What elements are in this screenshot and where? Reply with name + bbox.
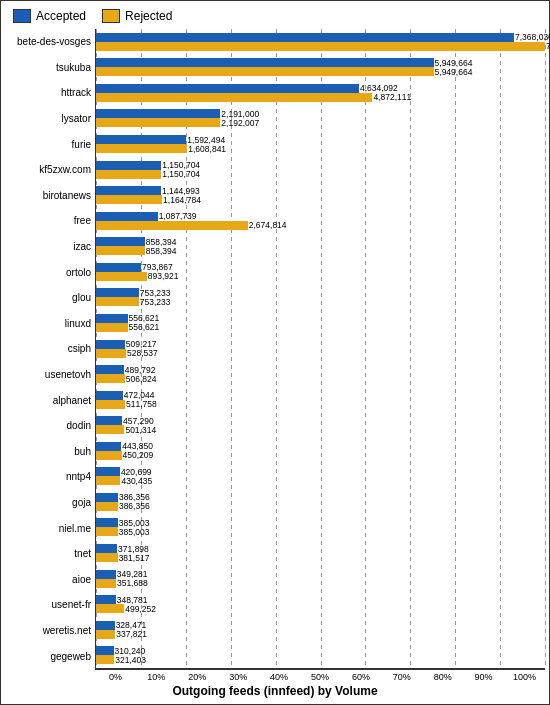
y-label: birotanews (5, 183, 95, 209)
accepted-bar: 443,850 (96, 442, 121, 451)
rejected-bar: 4,872,111 (96, 93, 372, 102)
bar-row: 1,150,7041,150,704 (96, 157, 545, 183)
rejected-bar: 893,921 (96, 272, 147, 281)
rejected-bar-label: 2,192,007 (221, 118, 259, 128)
accepted-bar: 1,087,739 (96, 212, 158, 221)
rejected-bar-line: 528,537 (96, 349, 545, 358)
legend-accepted-label: Accepted (36, 9, 86, 23)
rejected-bar-line: 386,356 (96, 502, 545, 511)
rejected-bar-label: 858,394 (146, 246, 177, 256)
bars-section: 7,368,0367,913,8335,949,6645,949,6644,63… (95, 29, 545, 669)
rejected-bar-line: 351,688 (96, 579, 545, 588)
accepted-bar-line: 2,191,000 (96, 109, 545, 118)
accepted-bar: 1,144,993 (96, 186, 161, 195)
bar-pair: 753,233753,233 (96, 288, 545, 306)
rejected-bar-label: 511,758 (126, 399, 157, 409)
x-axis-label: 50% (300, 670, 341, 682)
accepted-bar: 556,621 (96, 314, 128, 323)
rejected-bar: 506,824 (96, 374, 125, 383)
y-label: weretis.net (5, 618, 95, 644)
bar-pair: 7,368,0367,913,833 (96, 33, 545, 51)
bar-pair: 328,471337,821 (96, 621, 545, 639)
bar-row: 753,233753,233 (96, 285, 545, 311)
bar-pair: 1,592,4941,608,841 (96, 135, 545, 153)
rejected-bar: 2,674,814 (96, 221, 248, 230)
rejected-bar: 1,150,704 (96, 170, 161, 179)
y-label: usenet-fr (5, 592, 95, 618)
bar-pair: 348,781499,252 (96, 595, 545, 613)
accepted-bar-line: 371,898 (96, 544, 545, 553)
bar-row: 5,949,6645,949,664 (96, 55, 545, 81)
rejected-bar-label: 381,517 (119, 553, 150, 563)
legend-rejected-box (102, 9, 120, 23)
rejected-bar-label: 501,314 (125, 425, 156, 435)
accepted-bar: 328,471 (96, 621, 115, 630)
rejected-bar-label: 430,435 (121, 476, 152, 486)
accepted-bar-line: 489,792 (96, 365, 545, 374)
rejected-bar-line: 1,608,841 (96, 144, 545, 153)
rejected-bar-label: 556,621 (129, 322, 160, 332)
rejected-bar-line: 385,003 (96, 527, 545, 536)
bar-pair: 489,792506,824 (96, 365, 545, 383)
accepted-bar: 371,898 (96, 544, 117, 553)
bar-pair: 385,003385,003 (96, 518, 545, 536)
rejected-bar-label: 7,913,833 (546, 41, 550, 51)
rejected-bar: 450,209 (96, 451, 122, 460)
rejected-bar-line: 7,913,833 (96, 42, 545, 51)
accepted-bar: 349,281 (96, 570, 116, 579)
legend-accepted: Accepted (13, 9, 86, 23)
accepted-bar: 310,240 (96, 646, 114, 655)
y-labels: bete-des-vosgestsukubahttracklysatorfuri… (5, 29, 95, 669)
accepted-bar-line: 328,471 (96, 621, 545, 630)
rejected-bar: 499,252 (96, 604, 124, 613)
x-axis-title: Outgoing feeds (innfeed) by Volume (5, 684, 545, 698)
rejected-bar: 511,758 (96, 400, 125, 409)
rejected-bar-line: 506,824 (96, 374, 545, 383)
rejected-bar-line: 1,150,704 (96, 170, 545, 179)
rejected-bar-line: 2,674,814 (96, 221, 545, 230)
accepted-bar: 858,394 (96, 237, 145, 246)
accepted-bar-line: 386,356 (96, 493, 545, 502)
rejected-bar: 7,913,833 (96, 42, 545, 51)
rejected-bar: 528,537 (96, 349, 126, 358)
bar-row: 420,699430,435 (96, 464, 545, 490)
rejected-bar-label: 351,688 (117, 578, 148, 588)
rejected-bar-line: 381,517 (96, 553, 545, 562)
bar-row: 2,191,0002,192,007 (96, 106, 545, 132)
rejected-bar-label: 528,537 (127, 348, 158, 358)
rejected-bar-label: 386,356 (119, 501, 150, 511)
rejected-bar-label: 1,164,784 (163, 195, 201, 205)
accepted-bar-line: 509,217 (96, 340, 545, 349)
y-label: kf5zxw.com (5, 157, 95, 183)
rejected-bar-label: 753,233 (140, 297, 171, 307)
bar-row: 371,898381,517 (96, 540, 545, 566)
y-label: furie (5, 131, 95, 157)
rejected-bar-line: 511,758 (96, 400, 545, 409)
accepted-bar: 5,949,664 (96, 58, 434, 67)
bar-row: 386,356386,356 (96, 489, 545, 515)
y-label: tnet (5, 541, 95, 567)
x-axis-label: 40% (259, 670, 300, 682)
accepted-bar-line: 5,949,664 (96, 58, 545, 67)
accepted-bar: 472,044 (96, 391, 123, 400)
rejected-bar-line: 499,252 (96, 604, 545, 613)
rejected-bar: 386,356 (96, 502, 118, 511)
rejected-bar: 1,608,841 (96, 144, 187, 153)
rejected-bar-label: 321,403 (115, 655, 146, 665)
bar-pair: 443,850450,209 (96, 442, 545, 460)
bar-row: 328,471337,821 (96, 617, 545, 643)
x-axis-label: 60% (340, 670, 381, 682)
bar-row: 310,240321,403 (96, 643, 545, 669)
grid-line (545, 29, 546, 668)
accepted-bar-line: 457,290 (96, 416, 545, 425)
bar-pair: 310,240321,403 (96, 646, 545, 664)
rejected-bar-label: 385,003 (119, 527, 150, 537)
accepted-bar: 7,368,036 (96, 33, 514, 42)
accepted-bar: 386,356 (96, 493, 118, 502)
y-label: lysator (5, 106, 95, 132)
bar-row: 1,592,4941,608,841 (96, 131, 545, 157)
rejected-bar-label: 337,821 (116, 629, 147, 639)
rejected-bar: 501,314 (96, 425, 124, 434)
rejected-bar-line: 753,233 (96, 297, 545, 306)
accepted-bar: 385,003 (96, 518, 118, 527)
